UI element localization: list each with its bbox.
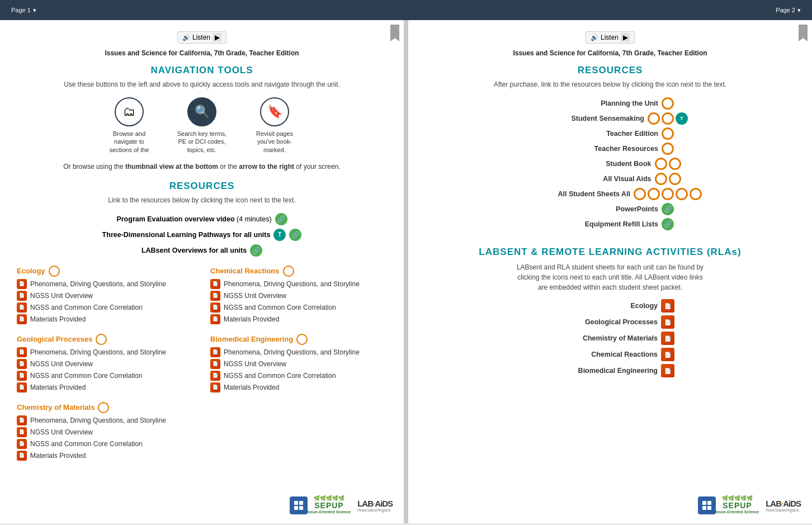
- list-item: 📄 Materials Provided: [210, 314, 387, 324]
- doc-icon[interactable]: 📄: [210, 382, 220, 392]
- listen-label-1: Listen: [192, 34, 210, 41]
- rla-chemistry-materials-icon[interactable]: 📄: [661, 332, 674, 345]
- sensemaking-circle1[interactable]: [648, 112, 660, 125]
- chemistry-unit-icon[interactable]: [98, 402, 109, 413]
- nav-bold2: arrow to the right: [239, 163, 294, 171]
- rla-chemical-reactions-icon[interactable]: 📄: [661, 348, 674, 361]
- student-sheets-circle2[interactable]: [648, 188, 660, 200]
- list-item: 📄 NGSS and Common Core Correlation: [17, 302, 193, 313]
- visual-aids-circle2[interactable]: [669, 173, 681, 185]
- list-item: 📄 NGSS Unit Overview: [17, 427, 193, 437]
- labsent-link-icon[interactable]: 🔗: [250, 244, 262, 257]
- rla-geological-icon[interactable]: 📄: [661, 315, 674, 329]
- 3d-green-icon[interactable]: 🔗: [289, 229, 301, 241]
- teacher-resources-circle[interactable]: [662, 143, 674, 155]
- evaluation-link-icon[interactable]: 🔗: [275, 213, 287, 225]
- student-book-circle1[interactable]: [655, 158, 667, 170]
- resources-heading-1: RESOURCES: [17, 181, 387, 192]
- doc-icon[interactable]: 📄: [17, 371, 27, 381]
- rla-row-chemistry-materials: Chemistry of Materials 📄: [546, 332, 674, 345]
- sensemaking-teal[interactable]: T: [676, 112, 688, 125]
- student-sheets-circle3[interactable]: [662, 188, 674, 200]
- page2-subtitle: Issues and Science for California, 7th G…: [425, 49, 795, 57]
- ecology-unit-icon[interactable]: [49, 266, 60, 277]
- teacher-edition-circle[interactable]: [662, 127, 674, 140]
- doc-icon[interactable]: 📄: [210, 279, 220, 289]
- pages-container: 🔊 Listen ▶ Issues and Science for Califo…: [0, 20, 812, 523]
- doc-icon[interactable]: 📄: [17, 347, 27, 357]
- listen-button-2[interactable]: 🔊 Listen ▶: [586, 31, 635, 44]
- doc-icon[interactable]: 📄: [17, 415, 27, 425]
- unit-chemical-reactions: Chemical Reactions 📄 Phenomena, Driving …: [210, 266, 387, 326]
- rla-rows-area: Ecology 📄 Geological Processes 📄 Chemist…: [425, 299, 795, 380]
- svg-rect-0: [294, 501, 298, 505]
- doc-icon[interactable]: 📄: [17, 302, 27, 313]
- page2-label: Page 2: [776, 7, 795, 13]
- student-sheets-circle1[interactable]: [634, 188, 646, 200]
- doc-icon[interactable]: 📄: [17, 314, 27, 324]
- page1-nav[interactable]: Page 1 ▾: [11, 7, 36, 14]
- powerpoints-green[interactable]: 🔗: [662, 203, 674, 215]
- equipment-green[interactable]: 🔗: [662, 218, 674, 230]
- page2-nav[interactable]: Page 2 ▾: [776, 7, 801, 14]
- list-item: 📄 NGSS Unit Overview: [210, 359, 387, 369]
- svg-rect-7: [707, 506, 711, 510]
- list-item: 📄 NGSS and Common Core Correlation: [210, 302, 387, 313]
- doc-icon[interactable]: 📄: [210, 314, 220, 324]
- listen-icon-2: 🔊: [591, 34, 598, 41]
- thumbnail-btn-1[interactable]: [290, 496, 308, 514]
- student-sheets-circle4[interactable]: [676, 188, 688, 200]
- doc-icon[interactable]: 📄: [210, 371, 220, 381]
- biomedical-unit-icon[interactable]: [296, 334, 308, 345]
- bookmarks-icon[interactable]: 🔖: [260, 97, 289, 126]
- rla-row-ecology: Ecology 📄: [546, 299, 674, 313]
- unit-chemistry-materials-title: Chemistry of Materials: [17, 402, 193, 413]
- unit-chemistry-of-materials: Chemistry of Materials 📄 Phenomena, Driv…: [17, 402, 193, 462]
- doc-icon[interactable]: 📄: [210, 347, 220, 357]
- svg-rect-6: [702, 506, 706, 510]
- doc-icon[interactable]: 📄: [210, 359, 220, 369]
- unit-biomedical-engineering: Biomedical Engineering 📄 Phenomena, Driv…: [210, 334, 387, 394]
- rla-ecology-icon[interactable]: 📄: [661, 299, 674, 313]
- play-icon-1[interactable]: ▶: [213, 33, 221, 42]
- list-item: 📄 Materials Provided: [17, 451, 193, 461]
- page1-logos: 🌿🌿🌿🌿🌿 SEPUP Issue-Oriented Science LAB·A…: [308, 496, 393, 514]
- list-item: 📄 NGSS and Common Core Correlation: [17, 439, 193, 449]
- page2-arrow: ▾: [797, 7, 801, 14]
- student-book-circle2[interactable]: [669, 158, 681, 170]
- doc-icon[interactable]: 📄: [17, 382, 27, 392]
- doc-icon[interactable]: 📄: [17, 439, 27, 449]
- rla-desc: LABsent and RLA student sheets for each …: [425, 262, 795, 292]
- doc-icon[interactable]: 📄: [210, 291, 220, 301]
- planning-circle[interactable]: [662, 97, 674, 110]
- play-icon-2[interactable]: ▶: [621, 33, 630, 42]
- bookmark-tab-1[interactable]: [390, 25, 399, 41]
- list-item: 📄 Materials Provided: [17, 382, 193, 392]
- listen-label-2: Listen: [601, 34, 619, 41]
- geological-unit-icon[interactable]: [96, 334, 107, 345]
- res-row-student-book: Student Book: [540, 158, 681, 170]
- doc-icon[interactable]: 📄: [210, 302, 220, 313]
- resource-link-3d: Three-Dimensional Learning Pathways for …: [17, 229, 387, 241]
- sensemaking-circle2[interactable]: [662, 112, 674, 125]
- thumbnail-btn-2[interactable]: [698, 496, 716, 514]
- doc-icon[interactable]: 📄: [17, 451, 27, 461]
- chemical-reactions-unit-icon[interactable]: [283, 266, 294, 277]
- listen-button-1[interactable]: 🔊 Listen ▶: [177, 31, 226, 44]
- visual-aids-circle1[interactable]: [655, 173, 667, 185]
- sepup-logo-1: 🌿🌿🌿🌿🌿 SEPUP Issue-Oriented Science: [308, 496, 351, 514]
- top-navigation-bar: Page 1 ▾ Page 2 ▾: [0, 0, 812, 20]
- doc-icon[interactable]: 📄: [17, 279, 27, 289]
- bookmark-tab-2[interactable]: [799, 25, 808, 41]
- page1-arrow: ▾: [33, 7, 36, 14]
- doc-icon[interactable]: 📄: [17, 359, 27, 369]
- 3d-teal-icon[interactable]: T: [273, 229, 286, 241]
- nav-bold1: thumbnail view at the bottom: [125, 163, 218, 171]
- student-sheets-circle5[interactable]: [690, 188, 702, 200]
- rla-biomedical-icon[interactable]: 📄: [661, 364, 674, 377]
- contents-icon[interactable]: 🗂: [115, 97, 144, 126]
- search-icon[interactable]: 🔍: [187, 97, 216, 126]
- nav-bottom-desc: Or browse using the thumbnail view at th…: [17, 163, 387, 171]
- doc-icon[interactable]: 📄: [17, 291, 27, 301]
- doc-icon[interactable]: 📄: [17, 427, 27, 437]
